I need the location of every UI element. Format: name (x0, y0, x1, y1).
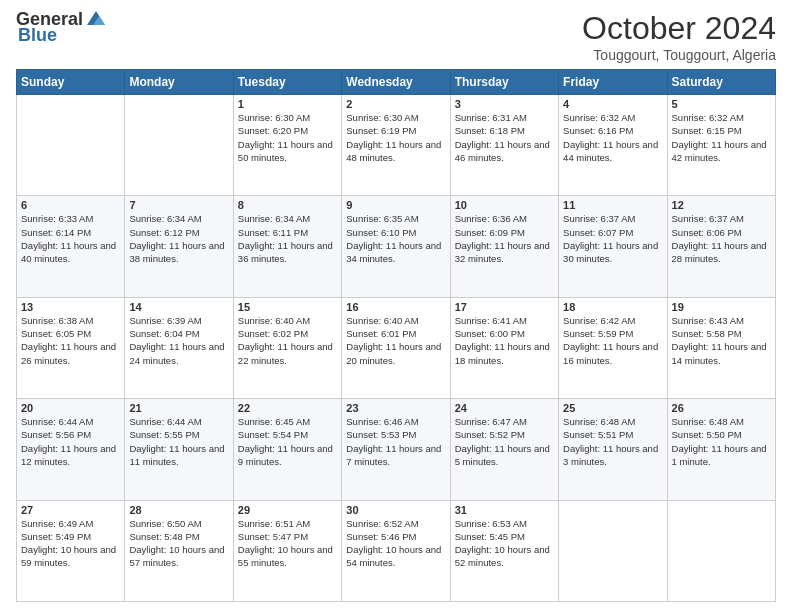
day-number: 30 (346, 504, 445, 516)
calendar-week-5: 27Sunrise: 6:49 AM Sunset: 5:49 PM Dayli… (17, 500, 776, 601)
day-number: 28 (129, 504, 228, 516)
calendar-cell: 22Sunrise: 6:45 AM Sunset: 5:54 PM Dayli… (233, 399, 341, 500)
day-info: Sunrise: 6:34 AM Sunset: 6:12 PM Dayligh… (129, 212, 228, 265)
calendar-week-2: 6Sunrise: 6:33 AM Sunset: 6:14 PM Daylig… (17, 196, 776, 297)
calendar-cell: 1Sunrise: 6:30 AM Sunset: 6:20 PM Daylig… (233, 95, 341, 196)
page: General Blue October 2024 Touggourt, Tou… (0, 0, 792, 612)
calendar-cell: 28Sunrise: 6:50 AM Sunset: 5:48 PM Dayli… (125, 500, 233, 601)
day-info: Sunrise: 6:48 AM Sunset: 5:51 PM Dayligh… (563, 415, 662, 468)
day-info: Sunrise: 6:38 AM Sunset: 6:05 PM Dayligh… (21, 314, 120, 367)
calendar-cell: 16Sunrise: 6:40 AM Sunset: 6:01 PM Dayli… (342, 297, 450, 398)
calendar-cell: 14Sunrise: 6:39 AM Sunset: 6:04 PM Dayli… (125, 297, 233, 398)
calendar-cell: 13Sunrise: 6:38 AM Sunset: 6:05 PM Dayli… (17, 297, 125, 398)
day-info: Sunrise: 6:37 AM Sunset: 6:06 PM Dayligh… (672, 212, 771, 265)
day-info: Sunrise: 6:44 AM Sunset: 5:56 PM Dayligh… (21, 415, 120, 468)
day-number: 11 (563, 199, 662, 211)
logo: General Blue (16, 10, 107, 46)
day-number: 1 (238, 98, 337, 110)
day-info: Sunrise: 6:40 AM Sunset: 6:02 PM Dayligh… (238, 314, 337, 367)
day-info: Sunrise: 6:32 AM Sunset: 6:15 PM Dayligh… (672, 111, 771, 164)
day-info: Sunrise: 6:34 AM Sunset: 6:11 PM Dayligh… (238, 212, 337, 265)
calendar-week-1: 1Sunrise: 6:30 AM Sunset: 6:20 PM Daylig… (17, 95, 776, 196)
day-info: Sunrise: 6:43 AM Sunset: 5:58 PM Dayligh… (672, 314, 771, 367)
location: Touggourt, Touggourt, Algeria (582, 47, 776, 63)
logo-icon (85, 7, 107, 29)
calendar-header-wednesday: Wednesday (342, 70, 450, 95)
calendar-cell: 18Sunrise: 6:42 AM Sunset: 5:59 PM Dayli… (559, 297, 667, 398)
calendar-cell (125, 95, 233, 196)
calendar-cell: 7Sunrise: 6:34 AM Sunset: 6:12 PM Daylig… (125, 196, 233, 297)
calendar-cell: 20Sunrise: 6:44 AM Sunset: 5:56 PM Dayli… (17, 399, 125, 500)
calendar-cell: 26Sunrise: 6:48 AM Sunset: 5:50 PM Dayli… (667, 399, 775, 500)
calendar-cell: 31Sunrise: 6:53 AM Sunset: 5:45 PM Dayli… (450, 500, 558, 601)
day-number: 4 (563, 98, 662, 110)
calendar-header-tuesday: Tuesday (233, 70, 341, 95)
calendar-cell: 25Sunrise: 6:48 AM Sunset: 5:51 PM Dayli… (559, 399, 667, 500)
calendar-header-friday: Friday (559, 70, 667, 95)
day-number: 20 (21, 402, 120, 414)
day-info: Sunrise: 6:35 AM Sunset: 6:10 PM Dayligh… (346, 212, 445, 265)
day-info: Sunrise: 6:45 AM Sunset: 5:54 PM Dayligh… (238, 415, 337, 468)
day-number: 27 (21, 504, 120, 516)
day-number: 29 (238, 504, 337, 516)
calendar-cell: 24Sunrise: 6:47 AM Sunset: 5:52 PM Dayli… (450, 399, 558, 500)
day-info: Sunrise: 6:44 AM Sunset: 5:55 PM Dayligh… (129, 415, 228, 468)
calendar-cell: 3Sunrise: 6:31 AM Sunset: 6:18 PM Daylig… (450, 95, 558, 196)
day-info: Sunrise: 6:32 AM Sunset: 6:16 PM Dayligh… (563, 111, 662, 164)
calendar-cell: 19Sunrise: 6:43 AM Sunset: 5:58 PM Dayli… (667, 297, 775, 398)
day-info: Sunrise: 6:42 AM Sunset: 5:59 PM Dayligh… (563, 314, 662, 367)
calendar-cell: 15Sunrise: 6:40 AM Sunset: 6:02 PM Dayli… (233, 297, 341, 398)
day-number: 16 (346, 301, 445, 313)
calendar-cell: 27Sunrise: 6:49 AM Sunset: 5:49 PM Dayli… (17, 500, 125, 601)
calendar-cell (17, 95, 125, 196)
day-number: 13 (21, 301, 120, 313)
day-info: Sunrise: 6:50 AM Sunset: 5:48 PM Dayligh… (129, 517, 228, 570)
calendar: SundayMondayTuesdayWednesdayThursdayFrid… (16, 69, 776, 602)
day-info: Sunrise: 6:37 AM Sunset: 6:07 PM Dayligh… (563, 212, 662, 265)
calendar-cell: 11Sunrise: 6:37 AM Sunset: 6:07 PM Dayli… (559, 196, 667, 297)
day-number: 15 (238, 301, 337, 313)
calendar-cell: 30Sunrise: 6:52 AM Sunset: 5:46 PM Dayli… (342, 500, 450, 601)
calendar-cell (667, 500, 775, 601)
calendar-cell: 4Sunrise: 6:32 AM Sunset: 6:16 PM Daylig… (559, 95, 667, 196)
day-number: 22 (238, 402, 337, 414)
day-info: Sunrise: 6:31 AM Sunset: 6:18 PM Dayligh… (455, 111, 554, 164)
day-number: 9 (346, 199, 445, 211)
calendar-header-row: SundayMondayTuesdayWednesdayThursdayFrid… (17, 70, 776, 95)
day-number: 5 (672, 98, 771, 110)
day-number: 14 (129, 301, 228, 313)
day-number: 21 (129, 402, 228, 414)
day-number: 25 (563, 402, 662, 414)
calendar-week-4: 20Sunrise: 6:44 AM Sunset: 5:56 PM Dayli… (17, 399, 776, 500)
calendar-cell: 21Sunrise: 6:44 AM Sunset: 5:55 PM Dayli… (125, 399, 233, 500)
day-number: 6 (21, 199, 120, 211)
calendar-header-monday: Monday (125, 70, 233, 95)
calendar-cell: 6Sunrise: 6:33 AM Sunset: 6:14 PM Daylig… (17, 196, 125, 297)
calendar-cell (559, 500, 667, 601)
month-title: October 2024 (582, 10, 776, 47)
day-number: 2 (346, 98, 445, 110)
day-info: Sunrise: 6:40 AM Sunset: 6:01 PM Dayligh… (346, 314, 445, 367)
day-number: 18 (563, 301, 662, 313)
day-info: Sunrise: 6:47 AM Sunset: 5:52 PM Dayligh… (455, 415, 554, 468)
calendar-header-sunday: Sunday (17, 70, 125, 95)
day-info: Sunrise: 6:53 AM Sunset: 5:45 PM Dayligh… (455, 517, 554, 570)
day-number: 7 (129, 199, 228, 211)
calendar-header-saturday: Saturday (667, 70, 775, 95)
day-info: Sunrise: 6:36 AM Sunset: 6:09 PM Dayligh… (455, 212, 554, 265)
day-info: Sunrise: 6:46 AM Sunset: 5:53 PM Dayligh… (346, 415, 445, 468)
day-number: 24 (455, 402, 554, 414)
day-info: Sunrise: 6:33 AM Sunset: 6:14 PM Dayligh… (21, 212, 120, 265)
header: General Blue October 2024 Touggourt, Tou… (16, 10, 776, 63)
day-number: 10 (455, 199, 554, 211)
day-info: Sunrise: 6:52 AM Sunset: 5:46 PM Dayligh… (346, 517, 445, 570)
logo-blue: Blue (18, 26, 57, 46)
calendar-header-thursday: Thursday (450, 70, 558, 95)
day-number: 12 (672, 199, 771, 211)
day-number: 23 (346, 402, 445, 414)
day-number: 8 (238, 199, 337, 211)
calendar-cell: 8Sunrise: 6:34 AM Sunset: 6:11 PM Daylig… (233, 196, 341, 297)
calendar-cell: 17Sunrise: 6:41 AM Sunset: 6:00 PM Dayli… (450, 297, 558, 398)
day-number: 31 (455, 504, 554, 516)
day-info: Sunrise: 6:48 AM Sunset: 5:50 PM Dayligh… (672, 415, 771, 468)
